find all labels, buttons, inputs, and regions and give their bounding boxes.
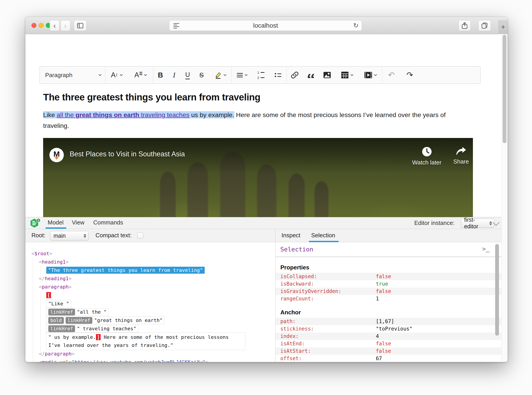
font-size-icon: A↕: [111, 71, 118, 79]
attribute-badge-linkhref[interactable]: linkHref: [48, 325, 75, 332]
property-row: isCollapsed:false: [275, 273, 501, 280]
property-row: path:[1,67]: [275, 318, 501, 325]
attribute-badge-linkhref[interactable]: linkHref: [48, 309, 75, 315]
show-all-tabs-button[interactable]: [478, 20, 491, 31]
tree-node-text-great-things[interactable]: boldlinkHref"great things on earth": [32, 316, 275, 324]
compact-text-checkbox[interactable]: [137, 233, 143, 239]
chevron-down-icon: [245, 73, 247, 76]
image-icon: [323, 72, 331, 78]
tab-commands[interactable]: Commands: [93, 217, 123, 228]
alignment-dropdown[interactable]: [232, 66, 252, 84]
sidebar-toggle-button[interactable]: [74, 20, 87, 31]
video-share-button[interactable]: Share: [453, 147, 469, 165]
tree-node-text-traveling-teaches[interactable]: linkHref" traveling teaches": [32, 324, 275, 333]
forward-button[interactable]: ›: [60, 20, 70, 31]
strikethrough-button[interactable]: S: [195, 66, 208, 84]
undo-icon: ↶: [388, 70, 395, 80]
undo-button[interactable]: ↶: [382, 66, 400, 84]
link-text[interactable]: all the: [57, 111, 76, 118]
bold-button[interactable]: B: [153, 66, 168, 84]
editor-instance-select[interactable]: first-editor: [461, 219, 494, 228]
ckeditor-logo-icon: 5: [30, 218, 41, 229]
property-row: isBackward:true: [275, 280, 501, 288]
highlight-dropdown[interactable]: [208, 66, 231, 84]
page-scrollbar-thumb[interactable]: [503, 35, 506, 143]
channel-avatar[interactable]: M: [49, 148, 64, 162]
video-title[interactable]: Best Places to Visit in Southeast Asia: [70, 150, 185, 158]
chevron-down-icon: [99, 73, 102, 76]
editor-instance-label: Editor instance:: [414, 217, 455, 229]
tree-node-heading1-open[interactable]: <heading1>: [32, 258, 275, 266]
media-icon: [364, 72, 372, 78]
new-tab-button[interactable]: +: [499, 20, 508, 34]
tree-node-paragraph-open[interactable]: <paragraph>: [32, 283, 275, 291]
tree-node-text-us-by-example[interactable]: " us by example.] Here are some of the m…: [32, 333, 275, 350]
insert-image-button[interactable]: [319, 66, 335, 84]
back-button[interactable]: ‹: [50, 20, 60, 31]
link-bold-text[interactable]: great things on earth: [76, 111, 139, 118]
reader-icon[interactable]: [173, 23, 180, 28]
log-to-console-icon[interactable]: >_: [482, 242, 489, 257]
numbered-list-button[interactable]: 1 2: [252, 66, 269, 84]
close-window-button[interactable]: [32, 23, 36, 28]
editor-editable-area[interactable]: The three greatest things you learn from…: [39, 84, 477, 217]
bulleted-list-button[interactable]: [269, 66, 286, 84]
chevron-down-icon: [351, 73, 353, 76]
minimize-window-button[interactable]: [39, 23, 44, 28]
address-bar[interactable]: localhost ↻: [169, 20, 362, 31]
insert-table-dropdown[interactable]: [335, 66, 359, 84]
share-label: Share: [453, 158, 469, 165]
page-scrollbar[interactable]: [501, 34, 508, 362]
table-icon: [341, 71, 349, 79]
watch-later-button[interactable]: Watch later: [412, 147, 441, 166]
underline-button[interactable]: U: [181, 66, 195, 84]
panel-scrollbar-thumb[interactable]: [495, 244, 499, 336]
reload-icon[interactable]: ↻: [353, 22, 359, 29]
root-select[interactable]: main: [50, 231, 89, 240]
tree-node-text-like[interactable]: "Like ": [32, 299, 275, 307]
sidebar-icon: [77, 23, 83, 28]
tab-selection[interactable]: Selection: [311, 229, 335, 242]
heading-dropdown[interactable]: Paragraph: [41, 66, 105, 84]
compact-text-label: Compact text:: [95, 229, 132, 242]
property-row: rangeCount:1: [275, 295, 501, 302]
editor-paragraph[interactable]: Like all the great things on earth trave…: [43, 110, 471, 131]
chevron-down-icon: [144, 73, 147, 76]
inspector-header: 5 Model View Commands Editor instance: f…: [25, 217, 508, 229]
link-text[interactable]: traveling teaches: [139, 111, 189, 118]
tab-model[interactable]: Model: [48, 217, 64, 228]
tree-node-media-open[interactable]: <media url="https://www.youtube.com/watc…: [32, 358, 275, 362]
selection-panel-body: Properties isCollapsed:false isBackward:…: [275, 258, 501, 362]
bold-icon: B: [158, 71, 163, 79]
tree-node-heading-text[interactable]: "The three greatest things you learn fro…: [32, 266, 275, 274]
youtube-embed[interactable]: M Best Places to Visit in Southeast Asia…: [43, 138, 473, 217]
tab-inspect[interactable]: Inspect: [281, 229, 300, 242]
tree-node-root-open[interactable]: <$root>: [32, 249, 275, 258]
italic-button[interactable]: I: [168, 66, 181, 84]
redo-button[interactable]: ↷: [400, 66, 419, 84]
inspector-subbar: Root: main Compact text: Inspect Selecti…: [25, 229, 508, 242]
tab-view[interactable]: View: [72, 217, 84, 228]
selected-text: Like: [43, 111, 57, 118]
attribute-badge-linkhref[interactable]: linkHref: [66, 317, 92, 324]
tree-node-paragraph-close[interactable]: </paragraph>: [32, 350, 275, 358]
select-stepper-icon: [84, 234, 86, 238]
font-family-dropdown[interactable]: A: [128, 66, 153, 84]
share-button[interactable]: [459, 20, 471, 31]
quote-icon: [307, 72, 314, 78]
section-heading-properties: Properties: [275, 262, 501, 273]
chevron-down-icon: [224, 73, 226, 76]
tree-node-heading1-close[interactable]: </heading1>: [32, 274, 275, 283]
tree-node-text-all-the[interactable]: linkHref"all the ": [32, 307, 275, 316]
font-size-dropdown[interactable]: A↕: [105, 66, 128, 84]
bulleted-list-icon: [275, 73, 281, 77]
editor-heading[interactable]: The three greatest things you learn from…: [43, 92, 474, 103]
attribute-badge-bold[interactable]: bold: [48, 317, 64, 324]
insert-media-dropdown[interactable]: [359, 66, 382, 84]
block-quote-button[interactable]: [303, 66, 319, 84]
section-heading-anchor: Anchor: [275, 307, 501, 318]
font-family-icon: A: [134, 71, 142, 79]
link-button[interactable]: [287, 66, 303, 84]
model-tree: <$root> <heading1> "The three greatest t…: [25, 242, 275, 362]
plus-icon: +: [501, 23, 505, 31]
